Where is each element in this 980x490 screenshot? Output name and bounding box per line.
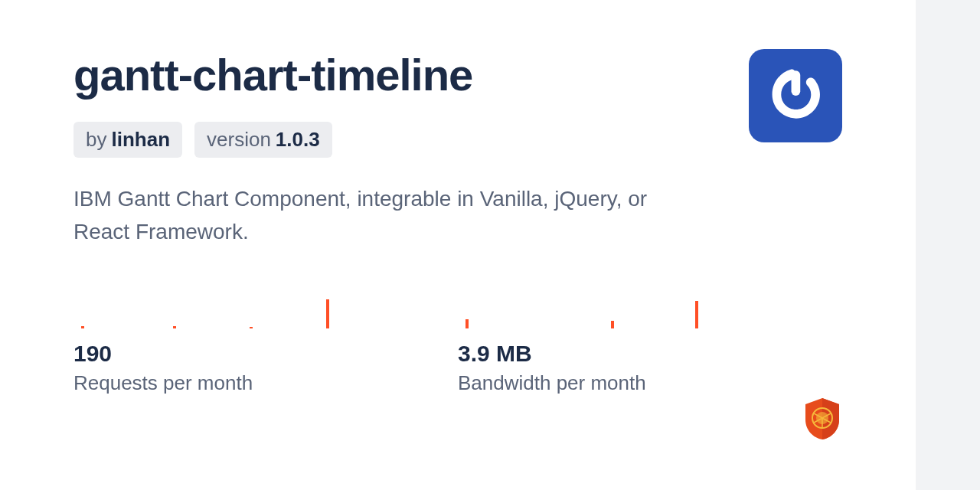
bandwidth-value: 3.9 MB — [458, 341, 842, 367]
package-description: IBM Gantt Chart Component, integrable in… — [74, 182, 655, 249]
spark-bar — [611, 321, 614, 328]
gravatar-icon — [766, 66, 825, 126]
bandwidth-label: Bandwidth per month — [458, 371, 842, 395]
sidebar-strip — [916, 0, 980, 490]
spark-bar — [173, 326, 176, 328]
requests-value: 190 — [74, 341, 458, 367]
title-block: gantt-chart-timeline by linhan version 1… — [74, 49, 730, 286]
bandwidth-sparkline — [458, 286, 842, 328]
package-logo — [749, 49, 842, 142]
header-row: gantt-chart-timeline by linhan version 1… — [74, 49, 842, 286]
requests-sparkline — [74, 286, 458, 328]
stats-row: 190 Requests per month 3.9 MB Bandwidth … — [74, 286, 842, 395]
spark-bar — [81, 326, 84, 328]
badges-row: by linhan version 1.0.3 — [74, 122, 730, 158]
requests-stat: 190 Requests per month — [74, 286, 458, 395]
version-prefix: version — [207, 128, 271, 152]
spark-bar — [326, 299, 329, 328]
requests-label: Requests per month — [74, 371, 458, 395]
svg-rect-0 — [792, 70, 801, 96]
author-prefix: by — [86, 128, 106, 152]
version-badge[interactable]: version 1.0.3 — [194, 122, 332, 158]
cdn-shield-icon[interactable] — [802, 397, 842, 441]
spark-bar — [695, 301, 698, 328]
author-name: linhan — [111, 128, 170, 152]
package-title: gantt-chart-timeline — [74, 49, 730, 100]
svg-point-2 — [816, 412, 828, 424]
package-card: gantt-chart-timeline by linhan version 1… — [0, 0, 916, 490]
author-badge[interactable]: by linhan — [74, 122, 182, 158]
spark-bar — [466, 319, 469, 328]
spark-bar — [250, 327, 253, 328]
version-number: 1.0.3 — [276, 128, 320, 152]
bandwidth-stat: 3.9 MB Bandwidth per month — [458, 286, 842, 395]
